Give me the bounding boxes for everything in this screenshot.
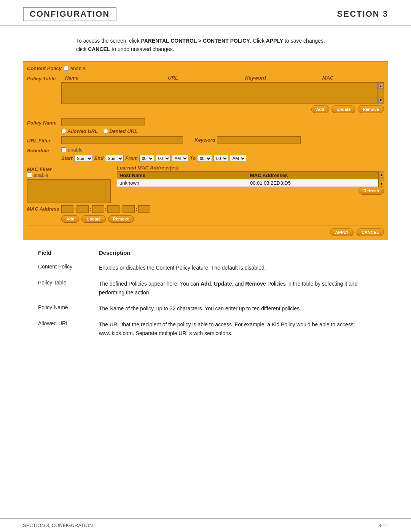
schedule-enable-label[interactable]: enable <box>61 147 83 153</box>
panel-bottom: APPLY CANCEL <box>27 225 384 236</box>
learned-mac-addr: 00:01:03:2ED3:D5 <box>248 179 378 187</box>
policy-table-container: Name URL Keyword MAC ▲ ▼ Add Update Remo… <box>61 74 384 116</box>
header-section: SECTION 3 <box>337 9 388 19</box>
mac-list-scrollbar[interactable] <box>105 180 110 203</box>
learned-mac-section: Learned MAC Address(es) Host Name MAC Ad… <box>117 165 384 196</box>
allowed-url-radio-label[interactable]: Allowed URL <box>61 128 98 134</box>
mac-octet-3[interactable] <box>92 205 104 213</box>
desc-field-policy-name: Policy Name <box>38 300 99 316</box>
mac-colon-3: : <box>105 206 107 212</box>
mac-filter-enable-label: enable <box>33 172 48 178</box>
policy-name-row: Policy Name <box>27 118 384 126</box>
desc-row-allowed-url: Allowed URL The URL that the recipient o… <box>38 316 373 341</box>
mac-left: MAC Filter enable <box>27 165 111 203</box>
allowed-url-label: Allowed URL <box>67 128 98 134</box>
footer-left: SECTION 3, CONFIGURATION <box>23 522 93 528</box>
learned-mac-col1: Host Name <box>117 172 248 179</box>
policy-table-section: Policy Table Name URL Keyword MAC ▲ ▼ Ad… <box>27 74 384 116</box>
desc-text-content-policy: Enables or disables the Content Policy f… <box>99 260 373 276</box>
ui-panel: Content Policy enable Policy Table Name … <box>23 61 388 240</box>
mac-octet-5[interactable] <box>123 205 135 213</box>
learned-scroll-up[interactable]: ▲ <box>379 172 384 177</box>
intro-bold1: PARENTAL CONTROL > CONTENT POLICY <box>141 38 250 44</box>
add-mac-button[interactable]: Add <box>61 215 79 223</box>
start-day-select[interactable]: SunMonTueWedThuFriSat <box>74 155 93 162</box>
mac-filter-label: MAC Filter <box>27 165 111 172</box>
mac-filter-checkbox[interactable] <box>27 173 32 177</box>
add-policy-button[interactable]: Add <box>311 105 329 113</box>
content-policy-enable-label: enable <box>70 66 85 71</box>
url-filter-input[interactable] <box>61 136 183 144</box>
col-name: Name <box>61 75 168 81</box>
page-footer: SECTION 3, CONFIGURATION 3-11 <box>0 518 411 532</box>
url-filter-label: URL Filter <box>27 136 61 144</box>
remove-mac-button[interactable]: Remove <box>108 215 134 223</box>
schedule-label: Schedule <box>27 146 61 153</box>
desc-field-allowed-url: Allowed URL <box>38 316 99 341</box>
intro-text: To access the screen, click PARENTAL CON… <box>76 37 335 54</box>
desc-field-content-policy: Content Policy <box>38 260 99 276</box>
from-ampm-select[interactable]: AMPM <box>172 155 188 162</box>
denied-url-label: Denied URL <box>109 128 137 134</box>
intro-text-end: to undo unsaved changes. <box>110 46 174 52</box>
from-label: From <box>125 155 138 161</box>
intro-bold2: APPLY <box>266 38 283 44</box>
allowed-url-radio[interactable] <box>61 129 66 134</box>
mac-octet-2[interactable] <box>76 205 89 213</box>
schedule-enable-checkbox[interactable] <box>61 147 66 152</box>
denied-url-radio[interactable] <box>103 129 108 134</box>
desc-row-content-policy: Content Policy Enables or disables the C… <box>38 260 373 276</box>
remove-policy-button[interactable]: Remove <box>358 105 384 113</box>
end-day-select[interactable]: SunMonTueWedThuFriSat <box>105 155 124 162</box>
desc-row-policy-table: Policy Table The defined Policies appear… <box>38 276 373 300</box>
policy-table-scrollbar[interactable]: ▲ ▼ <box>378 83 384 104</box>
mac-filter-enable-row: enable <box>27 172 111 178</box>
policy-table-list[interactable]: ▲ ▼ <box>61 82 384 104</box>
learned-mac-scrollbar[interactable]: ▲ ▼ <box>379 171 384 187</box>
learned-scroll-down[interactable]: ▼ <box>379 181 384 186</box>
learned-mac-outer: Host Name MAC Addresses unknown 00:01:03… <box>117 171 384 187</box>
mac-octet-1[interactable] <box>61 205 73 213</box>
to-hour-select[interactable]: 00010203 <box>197 155 212 162</box>
keyword-label: Keyword <box>194 137 215 143</box>
mac-actions: Add Update Remove <box>61 215 384 223</box>
learned-mac-host: unknown <box>117 179 248 187</box>
update-policy-button[interactable]: Update <box>331 105 355 113</box>
to-label: To <box>190 155 196 161</box>
mac-addr-inputs: : : : : : <box>61 205 150 213</box>
desc-section: Field Description Content Policy Enables… <box>38 249 373 341</box>
cancel-button[interactable]: CANCEL <box>357 228 384 236</box>
learned-mac-col2: MAC Addresses <box>248 172 378 179</box>
desc-text-allowed-url: The URL that the recipient of the policy… <box>99 316 373 341</box>
keyword-input[interactable] <box>217 136 301 144</box>
denied-url-radio-label[interactable]: Denied URL <box>103 128 137 134</box>
scroll-up-btn[interactable]: ▲ <box>378 83 384 89</box>
apply-button[interactable]: APPLY <box>330 228 354 236</box>
mac-octet-4[interactable] <box>107 205 119 213</box>
learned-mac-label: Learned MAC Address(es) <box>117 165 384 171</box>
policy-table-list-inner <box>62 83 378 104</box>
from-min-select[interactable]: 00153045 <box>156 155 170 162</box>
policy-table-actions: Add Update Remove <box>61 105 384 113</box>
col-mac: MAC <box>322 75 384 81</box>
content-policy-checkbox[interactable] <box>64 66 69 71</box>
mac-filter-section: MAC Filter enable Learned MAC Address(es… <box>27 165 384 203</box>
col-url: URL <box>168 75 245 81</box>
policy-table-label: Policy Table <box>27 74 61 81</box>
mac-octet-6[interactable] <box>138 205 150 213</box>
start-label: Start <box>61 155 73 161</box>
mac-colon-4: : <box>120 206 122 212</box>
to-ampm-select[interactable]: AMPM <box>230 155 246 162</box>
policy-name-input[interactable] <box>61 118 145 126</box>
intro-text-mid: . Click <box>250 38 266 44</box>
refresh-button[interactable]: Refresh <box>358 187 384 195</box>
desc-text-policy-name: The Name of the policy, up to 32 charact… <box>99 300 373 316</box>
page-header: CONFIGURATION SECTION 3 <box>0 0 411 26</box>
url-radio-row: Allowed URL Denied URL <box>61 128 384 134</box>
mac-list-container[interactable] <box>27 179 111 203</box>
update-mac-button[interactable]: Update <box>81 215 105 223</box>
footer-right: 3-11 <box>378 522 388 528</box>
from-hour-select[interactable]: 00010203 <box>139 155 154 162</box>
scroll-down-btn[interactable]: ▼ <box>378 97 384 103</box>
to-min-select[interactable]: 00153045 <box>213 155 228 162</box>
